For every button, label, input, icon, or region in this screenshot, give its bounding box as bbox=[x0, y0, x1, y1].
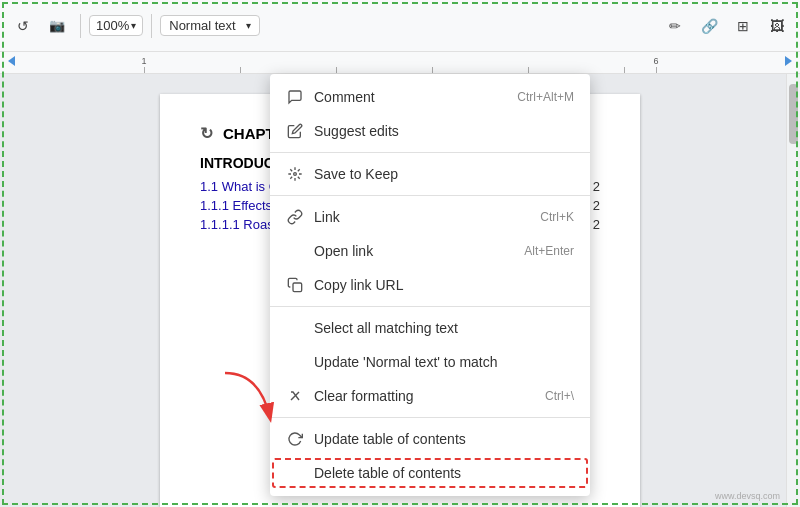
menu-label-update-match: Update 'Normal text' to match bbox=[314, 354, 498, 370]
menu-label-open-link: Open link bbox=[314, 243, 373, 259]
scrollbar-thumb[interactable] bbox=[789, 84, 798, 144]
menu-label-comment: Comment bbox=[314, 89, 375, 105]
menu-label-delete-toc: Delete table of contents bbox=[314, 465, 461, 481]
menu-item-link-left: Link bbox=[286, 208, 340, 226]
select-all-icon bbox=[286, 319, 304, 337]
menu-item-comment[interactable]: Comment Ctrl+Alt+M bbox=[270, 80, 590, 114]
toc-item-2-page: 2 bbox=[593, 198, 600, 213]
menu-item-update-match-left: Update 'Normal text' to match bbox=[286, 353, 498, 371]
menu-item-select-all-left: Select all matching text bbox=[286, 319, 458, 337]
context-menu: Comment Ctrl+Alt+M Suggest edits bbox=[270, 74, 590, 496]
menu-label-link: Link bbox=[314, 209, 340, 225]
ruler-label-6: 6 bbox=[653, 56, 658, 66]
menu-item-link[interactable]: Link Ctrl+K bbox=[270, 200, 590, 234]
ruler-tick-2 bbox=[240, 67, 241, 73]
menu-label-copy-link: Copy link URL bbox=[314, 277, 403, 293]
menu-item-copy-link-left: Copy link URL bbox=[286, 276, 403, 294]
watermark: www.devsq.com bbox=[715, 491, 780, 501]
style-arrow-icon: ▾ bbox=[246, 20, 251, 31]
camera-button[interactable]: 📷 bbox=[42, 11, 72, 41]
menu-item-copy-link[interactable]: Copy link URL bbox=[270, 268, 590, 302]
ruler-tick-1 bbox=[144, 67, 145, 73]
menu-item-open-link-left: Open link bbox=[286, 242, 373, 260]
image-button[interactable]: 🖼 bbox=[762, 11, 792, 41]
pencil-icon: ✏ bbox=[669, 18, 681, 34]
toc-item-1-page: 2 bbox=[593, 179, 600, 194]
svg-point-0 bbox=[294, 173, 297, 176]
menu-item-comment-left: Comment bbox=[286, 88, 375, 106]
toc-item-3-page: 2 bbox=[593, 217, 600, 232]
ruler-tick-7 bbox=[656, 67, 657, 73]
menu-item-suggest-left: Suggest edits bbox=[286, 122, 399, 140]
toolbar-separator-1 bbox=[80, 14, 81, 38]
menu-item-suggest[interactable]: Suggest edits bbox=[270, 114, 590, 148]
menu-shortcut-link: Ctrl+K bbox=[540, 210, 574, 224]
menu-item-select-all[interactable]: Select all matching text bbox=[270, 311, 590, 345]
arrow-annotation bbox=[210, 363, 290, 447]
style-select[interactable]: Normal text ▾ bbox=[160, 15, 260, 36]
zoom-select[interactable]: 100% ▾ bbox=[89, 15, 143, 36]
toolbar: ↺ 📷 100% ▾ Normal text ▾ ✏ 🔗 ⊞ 🖼 bbox=[0, 0, 800, 52]
menu-item-delete-toc[interactable]: Delete table of contents bbox=[270, 456, 590, 490]
ruler-tick-3 bbox=[336, 67, 337, 73]
add-button[interactable]: ⊞ bbox=[728, 11, 758, 41]
ruler-inner: 1 6 bbox=[0, 52, 800, 73]
keep-icon bbox=[286, 165, 304, 183]
style-value: Normal text bbox=[169, 18, 235, 33]
ruler-tick-5 bbox=[528, 67, 529, 73]
ruler-label-1: 1 bbox=[141, 56, 146, 66]
menu-label-suggest: Suggest edits bbox=[314, 123, 399, 139]
menu-item-update-toc[interactable]: Update table of contents bbox=[270, 422, 590, 456]
menu-label-clear-format: Clear formatting bbox=[314, 388, 414, 404]
menu-shortcut-comment: Ctrl+Alt+M bbox=[517, 90, 574, 104]
menu-divider-4 bbox=[270, 417, 590, 418]
menu-label-select-all: Select all matching text bbox=[314, 320, 458, 336]
copy-link-icon bbox=[286, 276, 304, 294]
menu-divider-3 bbox=[270, 306, 590, 307]
menu-divider-2 bbox=[270, 195, 590, 196]
menu-shortcut-clear-format: Ctrl+\ bbox=[545, 389, 574, 403]
menu-item-update-match[interactable]: Update 'Normal text' to match bbox=[270, 345, 590, 379]
undo-icon: ↺ bbox=[17, 18, 29, 34]
menu-item-clear-format[interactable]: Clear formatting Ctrl+\ bbox=[270, 379, 590, 413]
undo-button[interactable]: ↺ bbox=[8, 11, 38, 41]
zoom-value: 100% bbox=[96, 18, 129, 33]
ruler-arrow-right-icon bbox=[785, 56, 792, 66]
toc-refresh-icon: ↻ bbox=[200, 124, 213, 143]
content-area: ↻ CHAPTER 1 INTRODUCTION 1.1 What is Cof… bbox=[0, 74, 800, 507]
svg-rect-1 bbox=[293, 283, 302, 292]
menu-shortcut-open-link: Alt+Enter bbox=[524, 244, 574, 258]
ruler: 1 6 bbox=[0, 52, 800, 74]
image-icon: 🖼 bbox=[770, 18, 784, 34]
link-button[interactable]: 🔗 bbox=[694, 11, 724, 41]
link-menu-icon bbox=[286, 208, 304, 226]
menu-divider-1 bbox=[270, 152, 590, 153]
toolbar-right: ✏ 🔗 ⊞ 🖼 bbox=[660, 11, 792, 41]
open-link-icon bbox=[286, 242, 304, 260]
delete-toc-icon bbox=[286, 464, 304, 482]
link-icon: 🔗 bbox=[701, 18, 718, 34]
zoom-arrow-icon: ▾ bbox=[131, 20, 136, 31]
ruler-tick-6 bbox=[624, 67, 625, 73]
ruler-arrow-left-icon bbox=[8, 56, 15, 66]
menu-label-save-keep: Save to Keep bbox=[314, 166, 398, 182]
menu-item-save-keep[interactable]: Save to Keep bbox=[270, 157, 590, 191]
comment-icon bbox=[286, 88, 304, 106]
camera-icon: 📷 bbox=[49, 18, 65, 33]
scrollbar[interactable] bbox=[786, 74, 800, 507]
toolbar-separator-2 bbox=[151, 14, 152, 38]
ruler-tick-4 bbox=[432, 67, 433, 73]
suggest-icon bbox=[286, 122, 304, 140]
menu-item-delete-toc-left: Delete table of contents bbox=[286, 464, 461, 482]
menu-label-update-toc: Update table of contents bbox=[314, 431, 466, 447]
menu-item-clear-format-left: Clear formatting bbox=[286, 387, 414, 405]
menu-item-open-link[interactable]: Open link Alt+Enter bbox=[270, 234, 590, 268]
menu-item-save-keep-left: Save to Keep bbox=[286, 165, 398, 183]
pencil-button[interactable]: ✏ bbox=[660, 11, 690, 41]
arrow-svg bbox=[210, 363, 290, 443]
add-icon: ⊞ bbox=[737, 18, 749, 34]
menu-item-update-toc-left: Update table of contents bbox=[286, 430, 466, 448]
